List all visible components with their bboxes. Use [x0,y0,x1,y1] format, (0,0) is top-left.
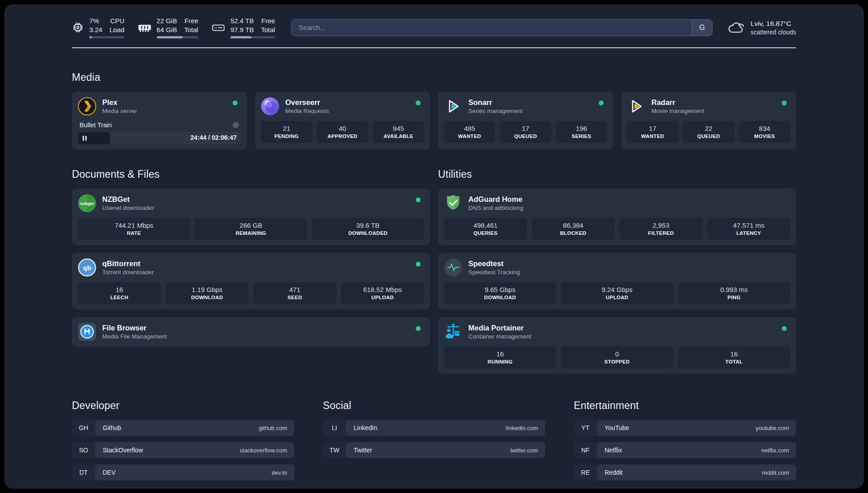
memory-icon [138,23,151,33]
status-dot [416,262,421,267]
memory-total-value: 64 GiB [157,25,177,34]
cpu-load-value: 3.24 [89,25,102,34]
cpu-load-label: Load [109,25,124,34]
service-description: Series management [468,108,522,114]
stat-box: 0.993 msPING [678,282,790,304]
plex-icon [78,97,96,116]
plex-now-playing: Bullet Train 24:44 / 02:06:47 [78,121,241,144]
service-card-overseerr[interactable]: Overseerr Media Requests 21PENDING 40APP… [255,92,430,150]
cpu-icon [72,21,84,33]
bookmark-url: youtube.com [756,425,796,431]
service-description: Media File Management [102,333,167,340]
stat-box: 40APPROVED [317,121,368,143]
service-name: File Browser [102,324,167,332]
status-dot [782,100,787,105]
bookmark-url: dev.to [272,469,294,476]
stat-box: 471SEED [253,282,337,304]
settings-icon[interactable] [232,121,239,129]
bookmark-github[interactable]: GH Github github.com [72,420,294,436]
stat-box: 9.65 GbpsDOWNLOAD [444,282,556,304]
stat-box: 2,953FILTERED [619,218,703,240]
disk-icon [212,23,225,33]
stat-box: 16LEECH [78,282,161,304]
status-dot [416,326,421,331]
service-card-sonarr[interactable]: Sonarr Series management 485WANTED 17QUE… [438,92,613,150]
service-card-nzbget[interactable]: nzbget NZBGet Usenet downloader 744.21 M… [72,188,430,245]
svg-text:nzbget: nzbget [80,201,94,206]
service-name: Radarr [651,98,705,107]
stat-box: 498,461QUERIES [444,218,527,240]
bookmark-name: LinkedIn [346,424,377,431]
bookmark-name: Netflix [597,447,622,454]
bookmark-linkedin[interactable]: LI LinkedIn linkedin.com [323,420,545,436]
bookmark-name: Twitter [346,447,372,454]
cloud-icon [727,21,745,35]
cpu-percent: 7% [89,17,102,25]
stat-box: 485WANTED [444,121,495,143]
bookmark-reddit[interactable]: RE Reddit reddit.com [574,464,796,480]
weather-widget[interactable]: Lviv, 16.87°C scattered clouds [727,20,796,36]
disk-stat: 52.4 TB 97.9 TB Free Total [212,17,275,38]
svg-text:qb: qb [83,264,91,272]
service-description: Usenet downloader [102,205,154,211]
section-title-utilities: Utilities [438,168,796,180]
stat-box: 22QUEUED [683,121,734,143]
service-card-qbittorrent[interactable]: qb qBittorrent Torrent downloader 16LEEC… [72,253,430,309]
service-description: Speedtest Tracking [468,269,520,276]
bookmark-dev[interactable]: DT DEV dev.to [72,464,294,480]
bookmark-twitter[interactable]: TW Twitter twitter.com [323,442,545,458]
bookmark-url: reddit.com [762,469,796,476]
stat-box: 744.21 MbpsRATE [78,218,190,240]
stat-box: 47.571 msLATENCY [707,218,791,240]
qbittorrent-icon: qb [78,258,96,277]
search-input[interactable] [292,20,692,36]
disk-total-label: Total [261,25,275,34]
stat-box: 16TOTAL [678,347,790,368]
section-title-social: Social [323,400,545,412]
section-title-documents: Documents & Files [72,168,430,180]
bookmark-stackoverflow[interactable]: SO StackOverflow stackoverflow.com [72,442,294,458]
service-card-adguard[interactable]: AdGuard Home DNS and adblocking 498,461Q… [438,188,796,245]
service-card-filebrowser[interactable]: File Browser Media File Management [72,317,430,347]
adguard-icon [444,194,463,213]
status-dot [416,197,421,202]
search-engine-button[interactable]: G [692,20,712,36]
bookmark-abbr: LI [323,420,346,436]
service-card-speedtest[interactable]: Speedtest Speedtest Tracking 9.65 GbpsDO… [438,253,796,309]
stat-box: 9.24 GbpsUPLOAD [561,282,673,304]
service-name: Speedtest [468,259,520,268]
playback-progress-bar[interactable]: 24:44 / 02:06:47 [78,132,241,144]
bookmark-url: github.com [259,425,294,431]
bookmark-group-social: Social LI LinkedIn linkedin.com TW Twitt… [323,400,545,487]
bookmark-abbr: YT [574,420,597,436]
bookmark-youtube[interactable]: YT YouTube youtube.com [574,420,796,436]
sonarr-icon [444,97,463,116]
disk-free-label: Free [261,17,275,25]
memory-free-label: Free [184,17,198,25]
bookmark-url: netflix.com [761,447,796,454]
bookmark-name: StackOverflow [95,447,143,454]
stat-box: 266 GBREMAINING [195,218,307,240]
disk-progress-bar [230,36,275,38]
stat-box: 618.52 MbpsUPLOAD [341,282,425,304]
stat-box: 39.6 TBDOWNLOADED [312,218,424,240]
pause-icon [83,136,87,141]
service-name: Sonarr [468,98,522,107]
status-dot [416,100,421,105]
service-name: Media Portainer [468,324,531,332]
system-stats: 7% 3.24 CPU Load [72,17,275,38]
service-card-radarr[interactable]: Radarr Movie management 17WANTED 22QUEUE… [621,92,796,150]
stat-box: 0STOPPED [561,347,673,368]
section-title-developer: Developer [72,400,294,412]
service-card-portainer[interactable]: Media Portainer Container management 16R… [438,317,796,374]
service-card-plex[interactable]: Plex Media server Bullet Train [72,92,247,150]
stat-box: 17QUEUED [500,121,551,143]
cpu-stat: 7% 3.24 CPU Load [72,17,125,38]
status-dot [599,100,604,105]
header: 7% 3.24 CPU Load [72,17,796,38]
bookmark-netflix[interactable]: NF Netflix netflix.com [574,442,796,458]
memory-progress-bar [157,36,199,38]
nzbget-icon: nzbget [78,194,96,213]
weather-location-temp: Lviv, 16.87°C [751,20,796,28]
stat-box: 17WANTED [627,121,678,143]
